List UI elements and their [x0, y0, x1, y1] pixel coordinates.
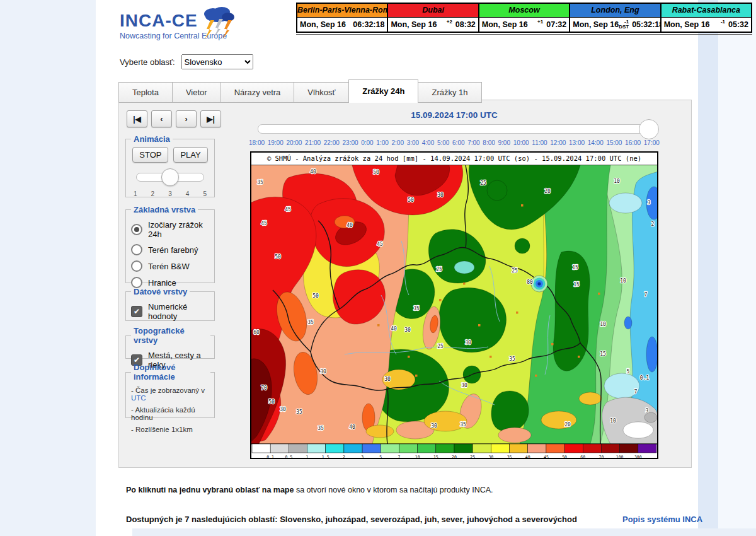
system-description-link[interactable]: Popis systému INCA: [622, 515, 702, 524]
animation-speed-scale: 12345: [134, 190, 207, 197]
time-slider[interactable]: [258, 124, 656, 134]
time-tick: 18:00: [249, 139, 265, 146]
animation-speed-slider[interactable]: [136, 173, 204, 182]
numeric-values-label: Numerické hodnoty: [148, 302, 209, 321]
time-tick: 10:00: [513, 139, 529, 146]
clock-time-value: 05:32: [728, 20, 748, 29]
utc-link[interactable]: UTC: [131, 394, 146, 402]
map-click-note-bold: Po kliknuti na jednu vybranú oblasť na m…: [126, 486, 294, 494]
map-value-label: 10: [610, 418, 616, 424]
time-tick: 20:00: [286, 139, 302, 146]
footer-strip: [132, 528, 756, 536]
nav-last-button[interactable]: ▶|: [200, 110, 221, 127]
radio-label-ter-n-farebn: Terén farebný: [148, 245, 198, 255]
map-value-label: 20: [564, 422, 571, 428]
nav-prev-button[interactable]: ‹: [151, 110, 172, 127]
map-value-label: 30: [404, 327, 411, 333]
time-tick: 19:00: [268, 139, 284, 146]
base-layer-option-ter-n-farebn: Terén farebný: [131, 244, 209, 255]
animation-legend: Animácia: [131, 134, 173, 144]
clock-time-cell: Mon, Sep 16-1DST05:32:18: [570, 18, 660, 32]
colorbar-swatch: [381, 444, 399, 453]
colorbar-swatch: [418, 444, 436, 453]
colorbar-swatch: [399, 444, 417, 453]
time-tick: 14:00: [588, 139, 604, 146]
map-value-label: 35: [307, 320, 314, 325]
map-value-label: 30: [384, 376, 391, 382]
animation-speed-slider-thumb[interactable]: [161, 168, 179, 186]
clock-city-label: Rabat-Casablanca: [662, 4, 751, 18]
info-line: - Čas je zobrazovaný v UTC: [131, 387, 210, 402]
colorbar-swatch: [620, 444, 638, 453]
clock-time-value: 08:32: [455, 20, 476, 29]
tab-vlhkos[interactable]: Vlhkosť: [294, 82, 349, 103]
tab-teplota[interactable]: Teplota: [118, 82, 173, 103]
additional-info-fieldset: Doplnkové informácie - Čas je zobrazovan…: [125, 363, 215, 418]
clock-date: Mon, Sep 16: [300, 20, 346, 29]
colorbar-swatch: [344, 444, 362, 453]
clock-column-dubai: DubaiMon, Sep 16+2 08:32: [387, 4, 478, 32]
map-value-label: 10: [614, 178, 620, 184]
clock-time-value: 07:32: [546, 20, 566, 29]
clock-column-rabat-casablanca: Rabat-CasablancaMon, Sep 16-1 05:32: [660, 4, 751, 32]
time-tick: 4:00: [422, 139, 434, 146]
colorbar-swatch: [307, 444, 326, 453]
map-value-label: 80: [527, 279, 533, 285]
nav-next-button[interactable]: ›: [176, 110, 197, 127]
map-value-label: 25: [480, 180, 486, 186]
map-click-note: Po kliknuti na jednu vybranú oblasť na m…: [126, 486, 493, 494]
radio-izo-iary-zr-ok-24h[interactable]: [131, 224, 142, 235]
map-click-note-rest: sa otvorí nové okno v ktorom sa načítajú…: [294, 486, 493, 494]
clock-date: Mon, Sep 16: [664, 20, 710, 29]
time-tick: 1:00: [376, 139, 388, 146]
map-value-label: 35: [296, 409, 302, 415]
numeric-values-checkbox[interactable]: ✔: [131, 306, 142, 317]
play-button[interactable]: PLAY: [173, 147, 207, 163]
page-background-right-strip: [698, 0, 718, 536]
region-select[interactable]: Slovensko: [181, 54, 253, 69]
map-value-label: 3: [648, 200, 651, 206]
time-tick: 11:00: [532, 139, 547, 146]
tab-content-panel: |◀‹›▶| Animácia STOP PLAY 12345 Základná…: [118, 100, 692, 468]
clock-column-berlin-paris-vienna-roma: Berlin-Paris-Vienna-RomaMon, Sep 16 06:3…: [297, 4, 387, 32]
product-tabs: TeplotaVietorNárazy vetraVlhkosťZrážky 2…: [118, 79, 481, 103]
radio-label-ter-n-b-w: Terén B&W: [148, 262, 190, 271]
map-value-label: 3: [646, 408, 649, 414]
radio-ter-n-farebn[interactable]: [131, 244, 142, 255]
time-tick: 2:00: [392, 139, 404, 146]
clock-city-label: Dubai: [388, 4, 478, 18]
time-tick: 16:00: [625, 139, 641, 146]
page-background-left: [0, 0, 96, 536]
nav-first-button[interactable]: |◀: [127, 110, 147, 127]
radio-label-hranice: Hranice: [148, 278, 176, 288]
clock-time-cell: Mon, Sep 16-1 05:32: [662, 18, 751, 32]
clock-utc-offset: -1DST: [619, 20, 629, 30]
precipitation-map[interactable]: © SHMÚ - Analýza zrážok za 24 hod [mm] -…: [250, 151, 658, 459]
map-title: © SHMÚ - Analýza zrážok za 24 hod [mm] -…: [267, 154, 641, 162]
map-value-label: 40: [391, 326, 397, 332]
colorbar-swatch: [472, 444, 491, 453]
time-tick: 5:00: [437, 139, 449, 146]
time-slider-thumb[interactable]: [639, 119, 659, 139]
time-tick: 15:00: [606, 139, 622, 146]
time-tick: 22:00: [324, 139, 340, 146]
map-value-label: 35: [460, 422, 466, 428]
colorbar-swatch: [564, 444, 583, 453]
clock-time-cell: Mon, Sep 16+2 08:32: [388, 18, 478, 32]
map-value-label: 20: [544, 189, 551, 194]
clock-date: Mon, Sep 16: [391, 20, 437, 29]
region-selector-label: Vyberte oblasť:: [120, 57, 175, 67]
tab-zr-ky-1h[interactable]: Zrážky 1h: [418, 82, 481, 103]
tab-n-razy-vetra[interactable]: Nárazy vetra: [220, 82, 295, 103]
stop-button[interactable]: STOP: [132, 147, 168, 163]
data-layers-legend: Dátové vrstvy: [131, 287, 190, 296]
radio-ter-n-b-w[interactable]: [131, 260, 142, 272]
speed-scale-mark: 5: [203, 190, 207, 197]
time-tick: 3:00: [407, 139, 419, 146]
clock-utc-offset: [346, 20, 350, 30]
tab-vietor[interactable]: Vietor: [172, 82, 221, 103]
map-value-label: 60: [253, 330, 260, 335]
precipitation-maximum-bullseye: [531, 276, 547, 292]
tab-zr-ky-24h[interactable]: Zrážky 24h: [348, 79, 418, 103]
map-value-label: 30: [437, 192, 444, 198]
